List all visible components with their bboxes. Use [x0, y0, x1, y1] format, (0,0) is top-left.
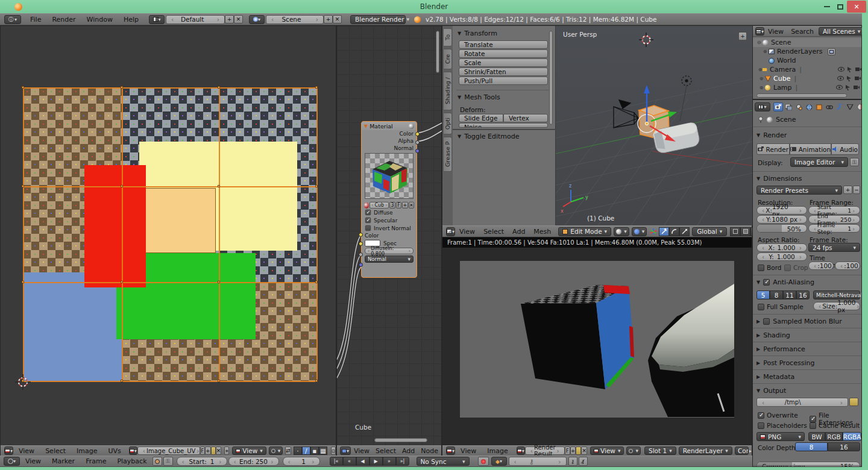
uv-vertex[interactable] [218, 380, 220, 382]
scene-close-button[interactable]: ✕ [333, 15, 342, 24]
start-field[interactable]: Start:1 [177, 457, 227, 466]
tab-modifiers[interactable] [835, 102, 844, 111]
render-unlink-button[interactable]: ✕ [581, 446, 587, 455]
tab-render[interactable] [773, 102, 783, 111]
transform-panel-header[interactable]: Transform [458, 30, 497, 37]
snap-element-button[interactable] [730, 227, 740, 236]
placeholders-toggle[interactable]: Placeholders [758, 422, 807, 429]
use-preview-range-button[interactable] [153, 457, 162, 466]
tab-create[interactable]: Cre [443, 49, 452, 69]
uv-vertex[interactable] [315, 281, 318, 283]
eye-icon[interactable] [838, 67, 844, 72]
output-browse-button[interactable] [849, 398, 858, 406]
outliner-row-cube[interactable]: ⊕ Cube | [753, 74, 861, 83]
tab-options[interactable]: Opti [443, 113, 452, 134]
uv-2d-cursor[interactable] [15, 374, 31, 390]
render-open-folder-button[interactable] [576, 446, 581, 455]
socket-normal-in[interactable] [359, 263, 363, 267]
render-animation-button[interactable]: Animation [790, 143, 832, 155]
invert-normal-toggle[interactable]: Invert Normal [362, 224, 417, 232]
outliner-row-lamp[interactable]: ⊕ Lamp | [753, 83, 861, 92]
node-collapse-icon[interactable]: ▼ [364, 124, 368, 129]
file-format-select[interactable]: PNG [756, 432, 805, 441]
channels-rgba[interactable]: RGBA [843, 432, 861, 441]
uv-menu-select[interactable]: Select [40, 447, 71, 455]
render-view-mode-select[interactable]: View [590, 446, 624, 455]
scene-icon[interactable]: ▾ [249, 15, 265, 24]
node-vscrollbar[interactable] [436, 31, 439, 73]
render-menu-view[interactable]: View [455, 447, 482, 455]
uv-vertex[interactable] [218, 281, 220, 283]
uv-vertex[interactable] [22, 185, 24, 187]
layout-add-button[interactable]: + [225, 15, 234, 24]
render-layer-select[interactable]: RenderLayer [679, 446, 732, 455]
image-fake-user-button[interactable]: F [200, 446, 205, 455]
uv-vertex[interactable] [218, 185, 220, 187]
timeline-editor-type-icon[interactable]: ▾ [4, 457, 20, 466]
node-input-diffusein[interactable]: DiffuseIn: 0.800 [362, 247, 417, 255]
outliner-editor-type-icon[interactable]: ▾ [755, 27, 764, 36]
active-keying-set-field[interactable]: ⚷ [509, 457, 567, 466]
mode-select[interactable]: Edit Mode [558, 227, 611, 236]
render-fake-user-button[interactable]: F [565, 446, 570, 455]
lock-range-button[interactable]: ⚿ [163, 457, 173, 466]
keying-set-icon[interactable]: ◆▾ [491, 457, 507, 466]
uv-vertex[interactable] [315, 86, 318, 89]
uv-sync-selection-toggle[interactable]: ⇄ [285, 446, 291, 455]
timeline-menu-frame[interactable]: Frame [80, 457, 112, 465]
outliner-hscrollbar[interactable] [756, 93, 847, 98]
outliner-row-camera[interactable]: ⊕ Camera | [753, 65, 861, 74]
manipulator-translate-button[interactable] [659, 227, 669, 236]
cursor-select-icon[interactable] [846, 85, 851, 90]
view3d-menu-select[interactable]: Select [479, 228, 508, 236]
shrink-fatten-button[interactable]: Shrink/Fatten [459, 67, 548, 76]
render-engine-select[interactable]: Blender Render [350, 15, 406, 24]
jump-to-start-button[interactable]: |« [330, 457, 343, 466]
play-button[interactable]: ▶ [370, 457, 383, 466]
aa-samples-11[interactable]: 11 [783, 290, 796, 299]
uv-vertex[interactable] [22, 281, 24, 283]
auto-keyframe-button[interactable] [478, 457, 489, 466]
snap-target-button[interactable] [740, 227, 750, 236]
view3d-menu-mesh[interactable]: Mesh [529, 228, 555, 236]
uv-editor-type-icon[interactable]: ▾ [4, 446, 13, 455]
uv-menu-view[interactable]: View [13, 447, 40, 455]
jump-to-end-button[interactable]: »| [396, 457, 409, 466]
node-menu-select[interactable]: Select [373, 447, 399, 455]
editor-type-selector[interactable]: ⓘ▾ [4, 15, 21, 24]
manipulator-axis-icon[interactable] [650, 227, 657, 236]
uv-menu-uvs[interactable]: UVs [103, 447, 127, 455]
node-input-normal[interactable]: Normal [362, 255, 417, 263]
preset-add-button[interactable]: + [843, 186, 852, 194]
material-unlink-button[interactable]: ✕ [409, 202, 414, 208]
output-panel-header[interactable]: Output [756, 387, 786, 395]
render-restrict-icon[interactable] [855, 76, 861, 81]
timeline-menu-marker[interactable]: Marker [46, 457, 80, 465]
shading-panel[interactable]: Shading [756, 331, 790, 339]
sampled-motion-blur-panel[interactable]: Sampled Motion Blur [756, 318, 842, 325]
tab-shading[interactable]: Shading / [443, 72, 452, 110]
render-restrict-icon[interactable] [854, 85, 860, 90]
menu-file[interactable]: File [25, 16, 46, 24]
eye-icon[interactable] [836, 85, 843, 90]
cursor-select-icon[interactable] [847, 76, 852, 81]
play-reverse-button[interactable]: ◀ [356, 457, 370, 466]
socket-color-out[interactable] [415, 132, 420, 136]
prev-keyframe-button[interactable]: « [343, 457, 356, 466]
uv-vertex-select-button[interactable]: · [294, 446, 302, 455]
insert-keyframe-button[interactable]: ⚷ [568, 457, 577, 466]
timeline-menu-view[interactable]: View [20, 457, 46, 465]
scene-name[interactable]: Scene [266, 15, 324, 24]
render-audio-button[interactable]: Audio [831, 143, 859, 155]
outliner-menu-view[interactable]: View [764, 28, 787, 36]
remap-new-field[interactable]: :100 [835, 262, 860, 270]
tab-render-layers[interactable] [784, 102, 793, 111]
screen-layout-name[interactable]: Default [166, 15, 225, 24]
aspect-x-field[interactable]: X:1.000 [756, 243, 807, 252]
image-name-field[interactable]: Image_Cube_UV [137, 446, 200, 455]
uv-pivot-select[interactable] [269, 446, 283, 455]
viewport-plus-button[interactable]: + [738, 32, 747, 40]
image-new-button[interactable]: + [205, 446, 211, 455]
render-slot-select[interactable]: Slot 1 [644, 446, 676, 455]
outliner-row-scene[interactable]: ⊖ Scene [753, 38, 861, 47]
